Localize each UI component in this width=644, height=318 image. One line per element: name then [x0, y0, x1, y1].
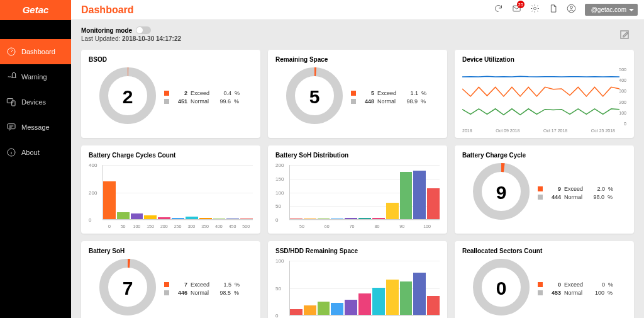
sidebar-item-dashboard[interactable]: Dashboard — [0, 39, 71, 64]
card-battery-soh-distribution: Battery SoH Distribution 050100150200506… — [268, 145, 447, 234]
last-updated: Last Updated: 2018-10-30 14:17:22 — [81, 35, 634, 42]
account-dropdown[interactable]: @getac.com — [585, 4, 638, 16]
svg-point-3 — [570, 6, 572, 9]
card-device-utilization: Device Utilization 01002003004005002018O… — [455, 50, 634, 138]
sidebar: Dashboard Warning Devices Message About — [0, 20, 71, 318]
sidebar-item-message[interactable]: Message — [0, 115, 71, 140]
donut-chart: 9 — [472, 162, 530, 223]
card-battery-charge-cycles-count: Battery Charge Cycles Count 020040005010… — [81, 145, 260, 234]
card-title: Battery Charge Cycle — [462, 152, 626, 159]
legend: 7Exceed1.5% 446Normal98.5% — [164, 280, 240, 298]
card-title: Battery SoH Distribution — [275, 152, 440, 159]
sidebar-item-label: Devices — [21, 98, 46, 106]
document-icon[interactable] — [548, 4, 558, 16]
sidebar-item-about[interactable]: About — [0, 140, 71, 165]
legend: 5Exceed1.1% 448Normal98.9% — [351, 88, 426, 106]
card-battery-soh: Battery SoH 7 7Exceed1.5% 446Normal98.5% — [81, 241, 260, 318]
bar-chart: 0200400050100150200250300350400450500 — [89, 162, 253, 229]
card-bsod: BSOD 2 2Exceed0.4% 451Normal99.6% — [81, 50, 260, 138]
svg-point-1 — [533, 8, 536, 10]
card-battery-charge-cycle: Battery Charge Cycle 9 9Exceed2.0% 444No… — [455, 145, 634, 234]
line-chart: 01002003004005002018Oct 09 2018Oct 17 20… — [462, 67, 626, 133]
gear-icon[interactable] — [530, 4, 540, 16]
bar-chart: 0501001502005060708090100 — [275, 162, 440, 229]
monitoring-mode-toggle[interactable] — [136, 26, 151, 34]
refresh-icon[interactable] — [494, 4, 503, 16]
bar-chart: 0501000102030405060708090100 — [275, 258, 440, 318]
svg-rect-6 — [12, 101, 15, 106]
sidebar-item-label: Message — [21, 123, 50, 131]
donut-chart: 7 — [99, 258, 157, 318]
card-title: BSOD — [89, 56, 253, 63]
card-title: Battery SoH — [89, 247, 253, 254]
mail-badge: 20 — [517, 1, 525, 8]
user-icon[interactable] — [567, 4, 576, 16]
page-title: Dashboard — [81, 4, 134, 16]
sidebar-item-warning[interactable]: Warning — [0, 64, 71, 89]
donut-chart: 5 — [286, 67, 343, 127]
sidebar-item-label: Dashboard — [21, 48, 55, 55]
svg-rect-7 — [8, 124, 15, 129]
sidebar-item-devices[interactable]: Devices — [0, 89, 71, 115]
legend: 9Exceed2.0% 444Normal98.0% — [538, 184, 613, 202]
donut-chart: 0 — [472, 258, 530, 318]
sidebar-item-label: About — [21, 149, 40, 156]
legend: 2Exceed0.4% 451Normal99.6% — [164, 88, 240, 106]
card-ssd-hdd-remaining-space: SSD/HDD Remaining Space 0501000102030405… — [268, 241, 447, 318]
mail-icon[interactable]: 20 — [512, 4, 521, 16]
card-remaining-space: Remaining Space 5 5Exceed1.1% 448Normal9… — [268, 50, 447, 138]
card-title: Battery Charge Cycles Count — [89, 152, 253, 159]
card-title: Device Utilization — [462, 56, 626, 63]
brand-logo: Getac — [0, 0, 71, 20]
legend: 0Exceed0% 453Normal100% — [538, 280, 613, 298]
card-reallocated-sectors-count: Reallocated Sectors Count 0 0Exceed0% 45… — [455, 241, 634, 318]
edit-icon[interactable] — [619, 29, 630, 43]
card-title: Reallocated Sectors Count — [462, 247, 626, 254]
donut-chart: 2 — [99, 67, 157, 127]
card-title: Remaining Space — [275, 56, 440, 63]
monitoring-mode-label: Monitoring mode — [81, 26, 634, 34]
sidebar-item-label: Warning — [21, 73, 47, 81]
card-title: SSD/HDD Remaining Space — [275, 247, 440, 254]
